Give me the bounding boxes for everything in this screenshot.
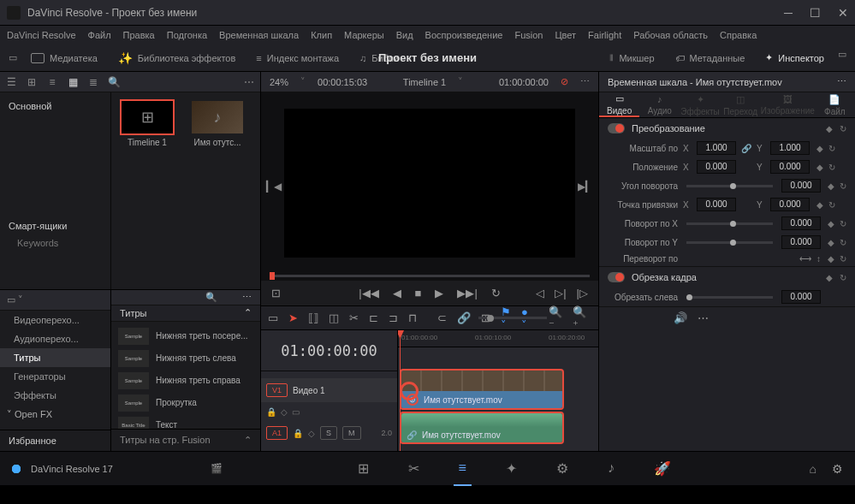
blade-tool-icon[interactable]: ✂ [349,311,359,324]
snapping-icon[interactable]: ⊂ [437,311,447,324]
tab-effects[interactable]: ✦Эффекты [680,92,720,117]
keyframe-icon[interactable]: ◆ [828,254,834,264]
reset-icon[interactable]: ↻ [840,124,846,133]
cat-audio-trans[interactable]: Аудиоперехо... [0,329,110,348]
lock-icon[interactable]: 🔒 [266,407,276,417]
timeline-view-icon[interactable]: ▭ [268,311,278,324]
tab-file[interactable]: 📄Файл [815,92,855,117]
loop-icon[interactable]: ↻ [491,287,501,299]
page-cut[interactable]: ✂ [408,460,419,477]
menu-item[interactable]: Fairlight [588,30,621,40]
list-view-icon[interactable]: ☰ [5,77,17,87]
selection-tool-icon[interactable]: ➤ [288,311,298,324]
search-icon[interactable]: 🔍 [108,77,120,87]
clapper-icon[interactable]: 🎬 [211,463,223,474]
track-view-icon[interactable]: ▭ [292,407,300,417]
menu-item[interactable]: Воспроизведение [425,30,503,40]
fusion-titles-head[interactable]: Титры на стр. Fusion⌃ [111,429,260,451]
match-frame-icon[interactable]: ⊡ [271,287,281,299]
menu-item[interactable]: Справка [720,30,757,40]
tab-video[interactable]: ▭Видео [599,92,639,117]
flip-v-icon[interactable]: ↕ [816,254,821,264]
reset-icon[interactable]: ↻ [840,254,846,264]
page-media[interactable]: ⊞ [358,460,369,477]
zoom-in-icon[interactable]: 🔍⁺ [573,305,586,331]
menu-item[interactable]: Маркеры [344,30,384,40]
insert-icon[interactable]: ⊏ [369,311,378,324]
viewer-scrubber[interactable] [270,275,590,277]
menu-item[interactable]: Подгонка [167,30,207,40]
titles-section-head[interactable]: Титры⌃ [111,305,260,321]
keyframe-icon[interactable]: ◆ [828,181,834,191]
options-icon[interactable]: ⋯ [242,292,252,303]
clip-timeline1[interactable]: ⊞ Timeline 1 [116,101,178,147]
reset-icon[interactable]: ↻ [828,144,835,153]
mediapool-toggle[interactable]: Медиатека [24,50,104,67]
options-icon[interactable]: ⋯ [243,77,255,87]
menu-item[interactable]: Fusion [514,30,543,40]
panel-toggle-icon[interactable]: ▭ [838,49,846,67]
minimize-button[interactable]: ─ [784,6,793,20]
keyframe-icon[interactable]: ◆ [828,219,834,228]
clip-audio[interactable]: ♪ Имя отутс... [187,101,248,147]
keyframe-icon[interactable]: ◆ [828,238,834,247]
menu-item[interactable]: Цвет [555,30,576,40]
menu-item[interactable]: Рабочая область [633,30,708,40]
keyframe-icon[interactable]: ◆ [826,273,833,282]
sort-icon[interactable]: ≡ [46,77,58,87]
overwrite-icon[interactable]: ⊐ [389,311,398,324]
auto-select-icon[interactable]: ◇ [281,407,288,417]
reset-icon[interactable]: ↻ [840,219,846,228]
trim-tool-icon[interactable]: ⟦⟧ [308,311,318,324]
flip-h-icon[interactable]: ⟷ [799,254,811,264]
track-head-a1[interactable]: A1 🔒 ◇ S M 2.0 [261,421,397,445]
tab-transition[interactable]: ◫Переход [721,92,761,117]
title-item[interactable]: SampleНижняя треть справа [116,370,255,392]
tab-audio[interactable]: ♪Аудио [639,92,680,117]
menu-item[interactable]: Клип [311,30,332,40]
menu-item[interactable]: Временная шкала [219,30,299,40]
metadata-toggle[interactable]: 🏷Метаданные [668,49,752,67]
menu-item[interactable]: DaVinci Resolve [7,30,76,40]
pitch-slider[interactable] [686,222,773,225]
keywords-bin[interactable]: Keywords [0,234,110,252]
crop-left-slider[interactable] [686,296,773,299]
title-item[interactable]: SampleНижняя треть посере... [116,325,255,347]
replace-icon[interactable]: ⊓ [408,311,417,324]
first-frame-icon[interactable]: |◀◀ [359,287,378,299]
prev-clip-icon[interactable]: ▎◀ [266,181,282,193]
track-head-v1[interactable]: V1 Видео 1 [261,378,397,402]
title-item[interactable]: Basic TitleТекст [116,414,255,429]
cat-effects[interactable]: Эффекты [0,386,110,405]
cat-openfx[interactable]: ˅ Open FX [0,405,110,424]
next-clip-icon[interactable]: ▶▎ [578,181,593,193]
mixer-toggle[interactable]: ⦀Микшер [603,49,661,67]
search-icon[interactable]: 🔍 [205,292,217,303]
dynamic-trim-icon[interactable]: ◫ [329,311,339,324]
auto-select-icon[interactable]: ◇ [308,429,315,438]
play-icon[interactable]: ▶ [435,287,443,299]
cat-video-trans[interactable]: Видеоперехо... [0,311,110,329]
timeline-name[interactable]: Timeline 1 [403,77,446,87]
page-fairlight[interactable]: ♪ [608,460,615,477]
audio-clip[interactable]: 🔗Имя отутствует.mov [401,413,562,442]
menu-item[interactable]: Правка [123,30,155,40]
prev-frame-icon[interactable]: ◀ [393,287,401,299]
fx-badge-icon[interactable]: ⊛ [407,394,419,406]
cat-titles[interactable]: Титры [0,348,110,367]
crop-toggle[interactable] [608,272,625,282]
home-icon[interactable]: ⌂ [810,462,816,476]
viewer[interactable]: ▎◀ ▶▎ [261,92,598,281]
page-color[interactable]: ⚙ [556,460,568,477]
link-icon[interactable]: 🔗 [457,311,471,324]
stop-icon[interactable]: ■ [415,287,422,299]
yaw-slider[interactable] [686,241,773,244]
video-clip[interactable]: ⊛Имя отутствует.mov [401,371,562,408]
transform-section-head[interactable]: Преобразование ◆↻ [599,118,855,139]
page-deliver[interactable]: 🚀 [654,460,671,477]
settings-icon[interactable]: ⚙ [832,462,843,476]
reset-icon[interactable]: ↻ [840,273,846,282]
tab-image[interactable]: 🖼Изображение [761,92,815,117]
effects-toggle[interactable]: ✨Библиотека эффектов [111,48,243,68]
timeline-timecode[interactable]: 01:00:00:00 [261,330,397,371]
